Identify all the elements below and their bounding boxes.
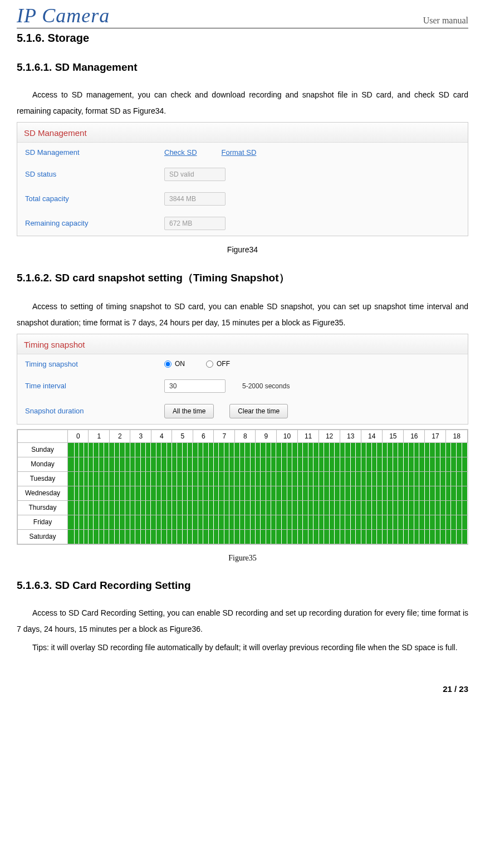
heading-sd-recording: 5.1.6.3. SD Card Recording Setting [17, 579, 468, 592]
radio-off[interactable]: OFF [206, 360, 230, 368]
radio-off-label: OFF [217, 360, 230, 368]
para-sd-management: Access to SD management, you can check a… [17, 87, 468, 120]
label-sd-management: SD Management [25, 148, 153, 157]
radio-off-input[interactable] [206, 360, 213, 368]
section-sd-recording: 5.1.6.3. SD Card Recording Setting Acces… [17, 579, 468, 656]
sd-management-panel: SD Management SD Management Check SD For… [17, 122, 468, 236]
button-clear-the-time[interactable]: Clear the time [229, 404, 288, 418]
logo: IP Camera [17, 6, 110, 26]
row-snapshot-duration: Snapshot duration All the time Clear the… [17, 398, 468, 424]
heading-timing-snapshot: 5.1.6.2. SD card snapshot setting（Timing… [17, 271, 468, 285]
label-snapshot-duration: Snapshot duration [25, 407, 153, 415]
section-timing-snapshot: 5.1.6.2. SD card snapshot setting（Timing… [17, 271, 468, 563]
panel-title-timing-snapshot: Timing snapshot [17, 334, 468, 354]
value-remaining-capacity: 672 MB [164, 217, 226, 230]
row-sd-status: SD status SD valid [17, 162, 468, 187]
timing-snapshot-panel: Timing snapshot Timing snapshot ON OFF T… [17, 334, 468, 425]
schedule-panel: 0123456789101112131415161718SundayMonday… [17, 429, 468, 545]
label-sd-status: SD status [25, 170, 153, 178]
panel-title-sd-management: SD Management [17, 123, 468, 143]
label-total-capacity: Total capacity [25, 194, 153, 203]
row-timing-snapshot: Timing snapshot ON OFF [17, 354, 468, 374]
row-time-interval: Time interval 5-2000 seconds [17, 374, 468, 398]
para-timing-snapshot: Access to setting of timing snapshot to … [17, 299, 468, 331]
section-title-storage: 5.1.6. Storage [17, 32, 468, 45]
section-sd-management: 5.1.6.1. SD Management Access to SD mana… [17, 61, 468, 254]
para-sd-recording-1: Access to SD Card Recording Setting, you… [17, 605, 468, 638]
heading-sd-management: 5.1.6.1. SD Management [17, 61, 468, 74]
radio-on-label: ON [175, 360, 185, 368]
schedule-table[interactable]: 0123456789101112131415161718SundayMonday… [17, 430, 468, 544]
input-time-interval[interactable] [164, 379, 226, 393]
label-timing-snapshot: Timing snapshot [25, 360, 153, 368]
caption-figure35: Figure35 [17, 554, 468, 563]
hint-time-interval: 5-2000 seconds [242, 382, 290, 390]
label-time-interval: Time interval [25, 382, 153, 390]
value-sd-status: SD valid [164, 168, 226, 181]
link-format-sd[interactable]: Format SD [222, 148, 257, 157]
radio-on[interactable]: ON [164, 360, 185, 368]
value-total-capacity: 3844 MB [164, 192, 226, 206]
button-all-the-time[interactable]: All the time [164, 404, 214, 418]
label-remaining-capacity: Remaining capacity [25, 219, 153, 227]
page-number: 21 / 23 [17, 684, 468, 694]
page-header: IP Camera User manual [17, 6, 468, 28]
row-remaining-capacity: Remaining capacity 672 MB [17, 211, 468, 236]
link-check-sd[interactable]: Check SD [164, 148, 197, 157]
para-sd-recording-2: Tips: it will overlay SD recording file … [17, 640, 468, 656]
row-sd-management: SD Management Check SD Format SD [17, 143, 468, 162]
row-total-capacity: Total capacity 3844 MB [17, 187, 468, 211]
caption-figure34: Figure34 [17, 245, 468, 254]
radio-on-input[interactable] [164, 360, 172, 368]
manual-label: User manual [423, 16, 468, 26]
